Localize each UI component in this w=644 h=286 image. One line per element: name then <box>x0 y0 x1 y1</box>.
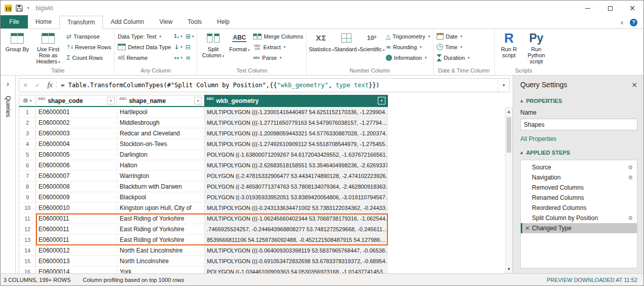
detect-data-type-button[interactable]: Detect Data Type <box>116 42 172 52</box>
table-row[interactable]: 14E06000012North East LincolnshireMULTIP… <box>19 245 388 256</box>
cell-shape-name[interactable]: North East Lincolnshire <box>117 245 204 256</box>
row-number[interactable]: 10 <box>19 203 36 213</box>
cell-shape-code[interactable]: E06000006 <box>36 160 117 171</box>
cell-shape-name[interactable]: Kingston upon Hull, City of <box>117 203 204 213</box>
filter-icon[interactable]: ▾ <box>378 97 385 104</box>
properties-section-header[interactable]: ▲ PROPERTIES <box>520 98 637 104</box>
cell-shape-name[interactable]: Redcar and Cleveland <box>117 128 204 139</box>
cell-shape-name[interactable]: Blackburn with Darwen <box>117 182 204 192</box>
cell-wkb-geometry[interactable]: POLYGON ((-2.46580771374763 53.780813407… <box>204 182 388 192</box>
tab-add-column[interactable]: Add Column <box>103 16 152 28</box>
convert-to-list-button[interactable]: ≡ <box>184 52 196 63</box>
row-number[interactable]: 14 <box>19 245 36 256</box>
cell-wkb-geometry[interactable]: POLYGON ((-3.01935933952051 53.838942005… <box>204 192 388 203</box>
row-number[interactable]: 15 <box>19 256 36 267</box>
column-header-shape-code[interactable]: ABC shape_code ▾ <box>36 95 117 107</box>
tab-file[interactable]: File <box>1 15 28 28</box>
cell-wkb-geometry[interactable]: MULTIPOLYGON (((-1.27711650779163 54.547… <box>204 118 388 128</box>
column-header-wkb-geometry[interactable]: ABC wkb_geometry ▾ <box>204 95 388 107</box>
table-row[interactable]: 3E06000003Redcar and ClevelandMULTIPOLYG… <box>19 128 388 139</box>
table-row[interactable]: 6E06000006HaltonMULTIPOLYGON (((-2.62683… <box>19 160 388 171</box>
minimize-button[interactable] <box>577 1 599 16</box>
gear-icon[interactable]: ⚙ <box>628 174 633 181</box>
cell-wkb-geometry[interactable]: POLYGON ((-1.63800071209267 54.617204342… <box>204 150 388 160</box>
time-button[interactable]: Time▾ <box>435 42 471 52</box>
cell-shape-code[interactable]: E06000011 <box>36 224 117 235</box>
format-button[interactable]: ABC Format▾ <box>227 29 252 53</box>
table-row[interactable]: 15E06000013North LincolnshireMULTIPOLYGO… <box>19 256 388 267</box>
table-row[interactable]: 16E06000014YorkPOLYGON ((-1.034461009093… <box>19 267 388 273</box>
table-row[interactable]: 2E06000002MiddlesbroughMULTIPOLYGON (((-… <box>19 118 388 128</box>
row-number[interactable]: 8 <box>19 182 36 192</box>
cell-shape-code[interactable]: E06000003 <box>36 128 117 139</box>
standard-button[interactable]: Standard▾ <box>334 29 359 53</box>
table-row[interactable]: 9E06000009BlackpoolPOLYGON ((-3.01935933… <box>19 192 388 203</box>
row-number[interactable]: 11 <box>19 213 36 224</box>
row-number[interactable]: 9 <box>19 192 36 203</box>
run-python-script-button[interactable]: Py Run Python script <box>522 29 551 64</box>
scientific-button[interactable]: 10² Scientific▾ <box>359 29 384 53</box>
cell-wkb-geometry[interactable]: MULTIPOLYGON (((-1.06245660402344 53.706… <box>204 213 388 224</box>
profiling-info[interactable]: Column profiling based on top 1000 rows <box>83 277 184 283</box>
accept-formula-icon[interactable]: ✓ <box>31 82 44 89</box>
cell-shape-code[interactable]: E06000007 <box>36 171 117 182</box>
split-column-button[interactable]: Split Column▾ <box>199 29 227 59</box>
formula-expand-icon[interactable]: ▾ <box>498 79 509 92</box>
date-button[interactable]: Date▾ <box>435 31 471 42</box>
cell-wkb-geometry[interactable]: MULTIPOLYGON (((-2.62683518158551 53.354… <box>204 160 388 171</box>
group-by-button[interactable]: Group By <box>3 29 31 52</box>
applied-steps-section-header[interactable]: ▲ APPLIED STEPS <box>520 150 637 156</box>
cell-shape-name[interactable]: North Lincolnshire <box>117 256 204 267</box>
cell-shape-name[interactable]: East Riding of Yorkshire <box>117 224 204 235</box>
table-row[interactable]: 8E06000008Blackburn with DarwenPOLYGON (… <box>19 182 388 192</box>
quick-access-dropdown-icon[interactable]: ▾ <box>27 6 29 10</box>
row-number[interactable]: 5 <box>19 150 36 160</box>
cell-wkb-geometry[interactable]: MULTIPOLYGON (((-1.23001416440497 54.625… <box>204 107 388 118</box>
scroll-down-icon[interactable]: ▼ <box>506 265 512 273</box>
row-number[interactable]: 4 <box>19 139 36 150</box>
cell-shape-code[interactable]: E06000012 <box>36 245 117 256</box>
filter-icon[interactable]: ▾ <box>194 97 202 104</box>
row-number[interactable]: 7 <box>19 171 36 182</box>
cell-wkb-geometry[interactable]: .7466925524257, -0.244643968808277 53.74… <box>204 224 388 235</box>
table-row[interactable]: 4E06000004Stockton-on-TeesMULTIPOLYGON (… <box>19 139 388 150</box>
replace-values-button[interactable]: 1₂▾ <box>172 31 184 42</box>
cell-shape-code[interactable]: E06000001 <box>36 107 117 118</box>
cell-shape-name[interactable]: Blackpool <box>117 192 204 203</box>
select-all-corner[interactable]: ⊞ ▾ <box>19 95 36 107</box>
help-icon[interactable]: ? <box>630 19 637 26</box>
cell-wkb-geometry[interactable]: MULTIPOLYGON (((-1.27492610909112 54.551… <box>204 139 388 150</box>
cell-shape-code[interactable]: E06000005 <box>36 150 117 160</box>
cell-shape-name[interactable]: Stockton-on-Tees <box>117 139 204 150</box>
row-number[interactable]: 6 <box>19 160 36 171</box>
cell-shape-code[interactable]: E06000013 <box>36 256 117 267</box>
cell-wkb-geometry[interactable]: MULTIPOLYGON (((-0.064009303398119 53.58… <box>204 245 388 256</box>
tab-help[interactable]: Help <box>209 16 237 28</box>
row-number[interactable]: 12 <box>19 224 36 235</box>
parse-button[interactable]: abcParse▾ <box>252 52 305 63</box>
data-type-button[interactable]: Data Type: Text▾ <box>116 31 172 42</box>
row-number[interactable]: 16 <box>19 267 36 273</box>
extract-button[interactable]: ABC123Extract▾ <box>252 42 305 52</box>
scrollbar-track[interactable] <box>506 115 512 265</box>
applied-step[interactable]: Split Column by Position⚙ <box>521 213 637 223</box>
move-button[interactable]: ↔▾ <box>172 52 184 63</box>
save-icon[interactable] <box>16 5 23 12</box>
row-number[interactable]: 1 <box>19 107 36 118</box>
all-properties-link[interactable]: All Properties <box>520 135 637 142</box>
applied-step[interactable]: Navigation⚙ <box>521 172 637 183</box>
information-button[interactable]: iInformation▾ <box>384 52 432 63</box>
close-panel-icon[interactable]: × <box>631 81 637 89</box>
table-row[interactable]: 1E06000001HartlepoolMULTIPOLYGON (((-1.2… <box>19 107 388 118</box>
cell-shape-code[interactable]: E06000004 <box>36 139 117 150</box>
cell-wkb-geometry[interactable]: MULTIPOLYGON (((-0.243133634471002 53.73… <box>204 203 388 213</box>
tab-transform[interactable]: Transform <box>59 16 103 29</box>
cell-wkb-geometry[interactable]: MULTIPOLYGON (((-0.691053472832698 53.67… <box>204 256 388 267</box>
cell-wkb-geometry[interactable]: 8539666811106 54.1259736092488, -0.45212… <box>204 235 388 245</box>
cell-shape-name[interactable]: Halton <box>117 160 204 171</box>
cell-wkb-geometry[interactable]: POLYGON ((-2.47815332906477 53.443417489… <box>204 171 388 182</box>
cell-shape-code[interactable]: E06000009 <box>36 192 117 203</box>
cancel-formula-icon[interactable]: × <box>19 82 31 89</box>
formula-input[interactable]: = Table.TransformColumnTypes(#"Split Col… <box>57 82 498 89</box>
gear-icon[interactable]: ⚙ <box>628 215 633 222</box>
